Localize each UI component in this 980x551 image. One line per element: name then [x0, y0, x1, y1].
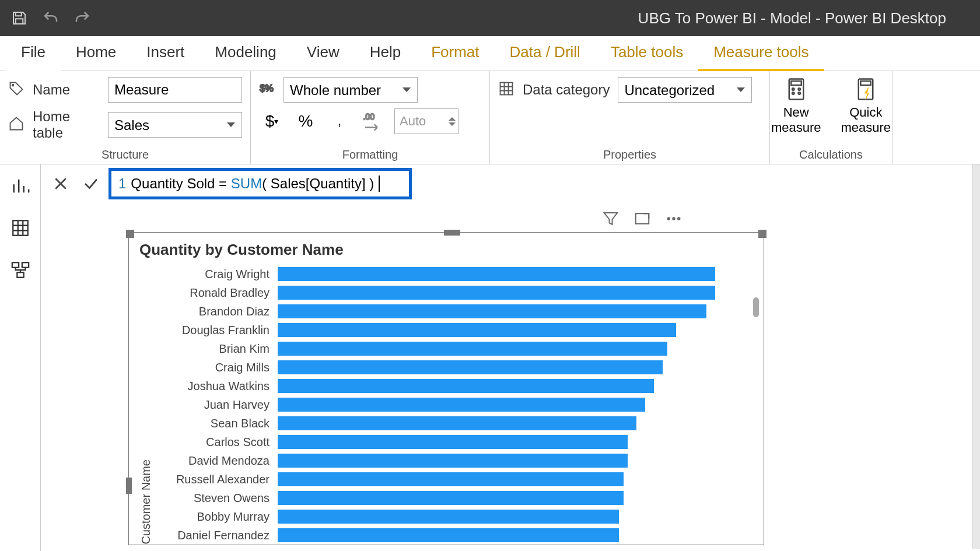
filter-icon[interactable] [602, 210, 620, 230]
svg-point-7 [798, 88, 800, 90]
view-switcher [0, 164, 41, 551]
bar[interactable] [278, 360, 663, 374]
tab-measure-tools[interactable]: Measure tools [698, 36, 824, 71]
bar-row: Joshua Watkins [155, 377, 755, 395]
ribbon: Name Home table Sales Structure $% Whole… [0, 71, 980, 164]
data-view-button[interactable] [10, 218, 30, 240]
bar[interactable] [278, 454, 628, 468]
home-table-select[interactable]: Sales [108, 112, 242, 138]
group-label-calculations: Calculations [778, 146, 884, 162]
formula-bar: 1 Quantity Sold = SUM( Sales[Quantity] ) [41, 166, 980, 202]
bar[interactable] [278, 528, 619, 542]
bar[interactable] [278, 323, 676, 337]
tab-home[interactable]: Home [61, 36, 131, 71]
home-table-label: Home table [33, 108, 92, 141]
svg-rect-5 [791, 81, 802, 85]
bar-category-label: Daniel Fernandez [155, 529, 278, 542]
bar-row: Steven Owens [155, 489, 755, 507]
bar[interactable] [278, 435, 628, 449]
bar-category-label: Juan Harvey [155, 398, 278, 412]
save-icon[interactable] [10, 9, 28, 27]
name-label: Name [33, 82, 70, 98]
group-label-formatting: Formatting [259, 146, 481, 162]
bar[interactable] [278, 286, 715, 300]
svg-text:.00: .00 [363, 112, 375, 121]
svg-point-18 [672, 217, 676, 220]
tab-modeling[interactable]: Modeling [200, 36, 292, 71]
thousands-separator-button[interactable]: , [327, 108, 352, 134]
quick-measure-button[interactable]: Quick measure [834, 77, 898, 136]
focus-mode-icon[interactable] [634, 210, 651, 230]
decimal-format-icon[interactable]: .00 [360, 108, 386, 134]
resize-handle[interactable] [126, 230, 134, 238]
data-format-select[interactable]: Whole number [284, 77, 418, 103]
percent-button[interactable]: % [293, 108, 318, 134]
tab-insert[interactable]: Insert [131, 36, 200, 71]
cancel-formula-button[interactable] [48, 171, 74, 196]
bar-category-label: Sean Black [155, 417, 278, 430]
right-pane[interactable] [972, 164, 980, 549]
formula-input[interactable]: 1 Quantity Sold = SUM( Sales[Quantity] ) [108, 168, 412, 199]
bar[interactable] [278, 267, 715, 281]
bar-category-label: Brian Kim [155, 342, 278, 356]
chart-title: Quantity by Customer Name [129, 233, 764, 262]
bar[interactable] [278, 398, 645, 412]
bar-category-label: Ronald Bradley [155, 286, 278, 300]
bar-category-label: Craig Mills [155, 361, 278, 374]
svg-point-19 [677, 217, 681, 220]
bar[interactable] [278, 379, 654, 393]
new-measure-button[interactable]: New measure [764, 77, 828, 136]
more-options-icon[interactable] [665, 210, 682, 230]
bar[interactable] [278, 416, 636, 430]
bar-category-label: Bobby Murray [155, 510, 278, 524]
redo-icon[interactable] [74, 9, 91, 27]
measure-name-input[interactable] [108, 77, 242, 103]
svg-rect-16 [636, 213, 649, 224]
report-view-button[interactable] [10, 176, 30, 198]
tab-data-drill[interactable]: Data / Drill [495, 36, 596, 71]
bar-row: Daniel Fernandez [155, 526, 755, 545]
bar-row: Brian Kim [155, 339, 755, 358]
bar-row: Bobby Murray [155, 507, 755, 526]
resize-handle[interactable] [758, 230, 766, 238]
bar-category-label: Joshua Watkins [155, 380, 278, 393]
group-label-properties: Properties [498, 146, 761, 162]
tab-file[interactable]: File [6, 36, 61, 71]
bar-category-label: Craig Wright [155, 268, 278, 281]
bar[interactable] [278, 342, 667, 356]
bar-category-label: Russell Alexander [155, 473, 278, 486]
tab-help[interactable]: Help [355, 36, 416, 71]
tab-format[interactable]: Format [416, 36, 494, 71]
y-axis-label: Customer Name [137, 430, 155, 545]
group-label-structure: Structure [8, 146, 242, 162]
bar-category-label: David Mendoza [155, 454, 278, 468]
tag-icon [8, 80, 24, 99]
resize-handle[interactable] [444, 230, 460, 236]
decimal-places-input[interactable]: Auto [394, 108, 459, 134]
data-category-select[interactable]: Uncategorized [618, 77, 752, 103]
svg-rect-12 [13, 220, 28, 236]
bar-row: Carlos Scott [155, 433, 755, 451]
svg-rect-15 [17, 272, 23, 278]
bar[interactable] [278, 491, 624, 505]
currency-button[interactable]: $▾ [259, 108, 285, 134]
bar-row: Craig Mills [155, 358, 755, 377]
bar-chart-visual[interactable]: Quantity by Customer Name Customer Name … [128, 232, 764, 545]
tab-table-tools[interactable]: Table tools [596, 36, 698, 71]
chart-scrollbar[interactable] [753, 297, 759, 551]
tab-view[interactable]: View [292, 36, 355, 71]
bar-row: David Mendoza [155, 451, 755, 470]
titlebar: UBG To Power BI - Model - Power BI Deskt… [0, 0, 980, 36]
undo-icon[interactable] [42, 9, 60, 27]
model-view-button[interactable] [10, 260, 30, 282]
ribbon-tabs: File Home Insert Modeling View Help Form… [0, 36, 980, 71]
commit-formula-button[interactable] [78, 171, 104, 196]
bar-row: Russell Alexander [155, 470, 755, 489]
bar-row: Craig Wright [155, 265, 755, 283]
bar-row: Brandon Diaz [155, 302, 755, 321]
bar[interactable] [278, 510, 619, 524]
bar[interactable] [278, 472, 624, 486]
bar[interactable] [278, 304, 706, 318]
bar-category-label: Douglas Franklin [155, 324, 278, 337]
svg-point-0 [12, 85, 14, 86]
